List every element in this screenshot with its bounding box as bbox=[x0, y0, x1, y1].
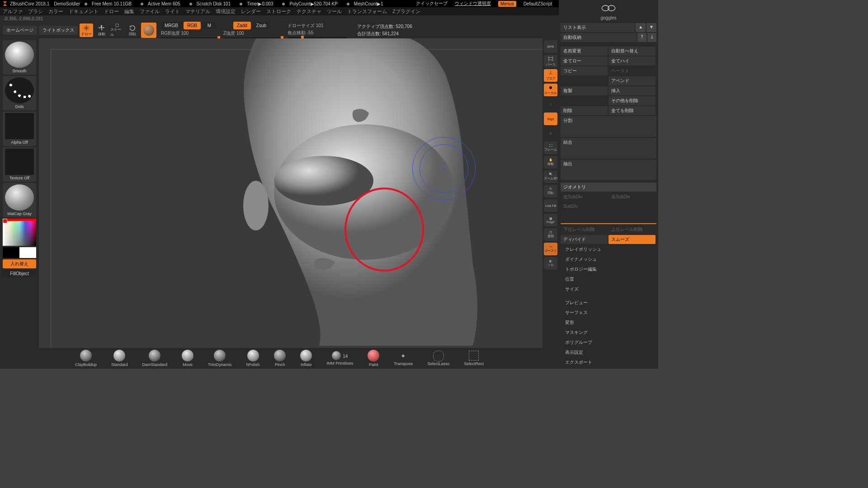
local-button[interactable]: ローカル bbox=[544, 84, 557, 96]
default-zscript[interactable]: DefaultZScript bbox=[524, 1, 552, 6]
preview-item[interactable]: プレビュー bbox=[561, 298, 656, 307]
position-item[interactable]: 位置 bbox=[561, 275, 656, 284]
target-button[interactable]: ◎ bbox=[544, 127, 557, 140]
brush-transpose[interactable]: ✺Transpose bbox=[394, 351, 413, 366]
focal-shift-label[interactable]: 焦点移動 -55 bbox=[288, 30, 313, 36]
autostow-button[interactable]: 自動収納 bbox=[561, 33, 637, 42]
brush-standard[interactable]: Standard bbox=[111, 350, 128, 367]
perspective-button[interactable]: パース bbox=[544, 55, 557, 67]
brush-selectlasso[interactable]: SelectLasso bbox=[427, 351, 449, 366]
rotate-view-button[interactable]: ↻回転 bbox=[544, 185, 557, 197]
merge-button[interactable]: 結合 bbox=[561, 138, 656, 159]
all-low-button[interactable]: 全てロー bbox=[561, 56, 608, 66]
delete-other-button[interactable]: その他を削除 bbox=[609, 96, 656, 105]
del-lower-button[interactable]: 下位レベル削除 bbox=[561, 225, 608, 234]
subdiv-slider[interactable]: SubDiv bbox=[561, 202, 656, 224]
paste-button[interactable]: ペースト bbox=[609, 66, 656, 75]
transparency-button[interactable]: ウィンドウ透明度 bbox=[455, 0, 491, 7]
material-preview-button[interactable] bbox=[141, 23, 156, 38]
export-item[interactable]: エクスポート bbox=[561, 358, 656, 367]
geometry-section[interactable]: ジオメトリ bbox=[561, 183, 656, 192]
display-item[interactable]: 表示設定 bbox=[561, 348, 656, 357]
brush-pinch[interactable]: Pinch bbox=[274, 350, 286, 367]
menu-item[interactable]: ツール bbox=[327, 8, 342, 15]
transparent-button[interactable]: ◫透明 bbox=[544, 228, 557, 241]
delete-button[interactable]: 削除 bbox=[561, 106, 608, 115]
menu-item[interactable]: ファイル bbox=[140, 8, 160, 15]
surface-item[interactable]: サーフェス bbox=[561, 308, 656, 317]
rgb-button[interactable]: RGB bbox=[184, 22, 201, 29]
append-button[interactable]: アペンド bbox=[609, 76, 656, 85]
brush-imm[interactable]: 14IMM Primitives bbox=[326, 351, 353, 366]
move-up-icon[interactable]: ▲ bbox=[636, 23, 646, 32]
material-tile[interactable]: MatCap Gray bbox=[3, 183, 36, 217]
alpha-tile[interactable]: Alpha Off bbox=[3, 112, 36, 146]
color-picker[interactable] bbox=[3, 219, 36, 246]
duplicate-button[interactable]: 複製 bbox=[561, 86, 608, 95]
rotate-mode-button[interactable]: 回転 bbox=[126, 23, 139, 37]
m-button[interactable]: M bbox=[203, 22, 216, 29]
brush-inflate[interactable]: Inflate bbox=[300, 350, 312, 367]
subtool-preview[interactable]: goggles bbox=[561, 2, 656, 22]
move-mode-button[interactable]: 移動 bbox=[95, 23, 108, 37]
lightbox-button[interactable]: ライトボックス bbox=[39, 26, 78, 35]
black-white-swatches[interactable] bbox=[3, 247, 36, 258]
brush-damstandard[interactable]: DamStandard bbox=[142, 350, 168, 367]
extract-button[interactable]: 抽出 bbox=[561, 160, 656, 180]
claypolish-item[interactable]: クレイポリッシュ bbox=[561, 245, 656, 254]
homepage-button[interactable]: ホームページ bbox=[3, 26, 37, 35]
stroke-tile-dots[interactable]: Dots bbox=[3, 76, 36, 110]
mrgb-button[interactable]: MRGB bbox=[161, 22, 182, 29]
menu-item[interactable]: トランスフォーム bbox=[347, 8, 387, 15]
masking-item[interactable]: マスキング bbox=[561, 328, 656, 337]
menu-item[interactable]: アルファ bbox=[3, 8, 23, 15]
fill-object-button[interactable]: FillObject bbox=[3, 270, 36, 277]
bottom-icon[interactable]: ⤓ bbox=[647, 33, 656, 42]
quicksave-button[interactable]: クイックセーブ bbox=[416, 0, 448, 7]
menu-item[interactable]: 編集 bbox=[124, 8, 134, 15]
menu-item[interactable]: ドキュメント bbox=[69, 8, 99, 15]
all-high-button[interactable]: 全てハイ bbox=[609, 56, 656, 66]
split-button[interactable]: 分割 bbox=[561, 116, 656, 137]
brush-move[interactable]: Move bbox=[182, 350, 193, 367]
del-higher-button[interactable]: 上位レベル削除 bbox=[609, 225, 656, 234]
listview-button[interactable]: リスト表示 bbox=[561, 23, 635, 32]
deform-item[interactable]: 変形 bbox=[561, 318, 656, 327]
menu-item[interactable]: ブラシ bbox=[28, 8, 43, 15]
z-intensity-label[interactable]: Z強度 100 bbox=[223, 30, 244, 37]
low-subdiv-button[interactable]: 低SubDiv bbox=[561, 192, 608, 202]
scale-mode-button[interactable]: スケール bbox=[110, 23, 124, 37]
draw-mode-button[interactable]: ドロー bbox=[80, 23, 93, 37]
menu-item[interactable]: Zプラグイン bbox=[392, 8, 420, 15]
brush-selectrect[interactable]: SelectRect bbox=[464, 351, 484, 366]
texture-tile[interactable]: Texture Off bbox=[3, 147, 36, 182]
zsub-button[interactable]: Zsub bbox=[253, 22, 270, 29]
solo-button[interactable]: ◐ソロ bbox=[544, 257, 557, 270]
menu-item[interactable]: マテリアル bbox=[185, 8, 210, 15]
zoom-button[interactable]: 🔍ズーム3D bbox=[544, 170, 557, 183]
menu-item[interactable]: 環境設定 bbox=[216, 8, 236, 15]
brush-trimdynamic[interactable]: TrimDynamic bbox=[208, 350, 232, 367]
menu-item[interactable]: テクスチャ bbox=[297, 8, 321, 15]
copy-button[interactable]: コピー bbox=[561, 66, 608, 75]
menu-item[interactable]: カラー bbox=[48, 8, 63, 15]
polyf-button[interactable]: ▦PolyF bbox=[544, 214, 557, 226]
delete-all-button[interactable]: 全てを削除 bbox=[609, 106, 656, 115]
rgb-intensity-label[interactable]: RGB強度 100 bbox=[161, 30, 222, 37]
linefill-button[interactable]: Line Fill bbox=[544, 199, 557, 212]
brush-tile-smooth[interactable]: Smooth bbox=[3, 40, 36, 75]
top-icon[interactable]: ⤒ bbox=[637, 33, 646, 42]
high-subdiv-button[interactable]: 高SubDiv bbox=[609, 192, 656, 202]
bpr-button[interactable]: BPR bbox=[544, 40, 557, 53]
menu-item[interactable]: ライト bbox=[165, 8, 180, 15]
brush-hpolish[interactable]: hPolish bbox=[246, 350, 260, 367]
move-down-icon[interactable]: ▼ bbox=[646, 23, 656, 32]
insert-button[interactable]: 挿入 bbox=[609, 86, 656, 95]
floor-button[interactable]: フロア bbox=[544, 69, 557, 82]
menu-item[interactable]: レンダー bbox=[241, 8, 261, 15]
draw-size-label[interactable]: ドローサイズ 101 bbox=[288, 23, 323, 29]
rename-button[interactable]: 名前変更 bbox=[561, 47, 608, 56]
menu-item[interactable]: ストローク bbox=[266, 8, 291, 15]
brush-paint[interactable]: Paint bbox=[368, 350, 379, 367]
dynamesh-item[interactable]: ダイナメッシュ bbox=[561, 255, 656, 264]
